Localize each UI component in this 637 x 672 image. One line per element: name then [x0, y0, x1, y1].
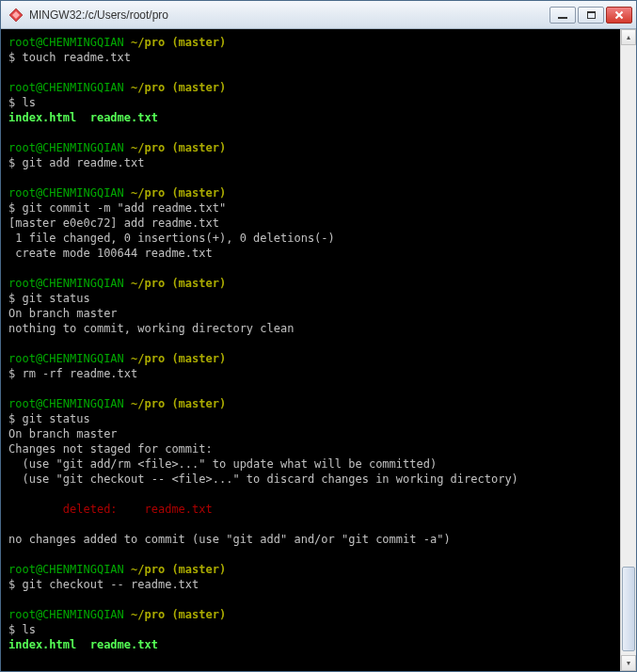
output-line: On branch master	[8, 306, 613, 321]
output-line: Changes not staged for commit:	[8, 441, 613, 456]
scroll-down-button[interactable]: ▾	[621, 655, 636, 671]
output-line: 1 file changed, 0 insertions(+), 0 delet…	[8, 231, 613, 246]
command-line: $ git status	[8, 291, 613, 306]
command-line: $ ls	[8, 95, 613, 110]
output-line: create mode 100644 readme.txt	[8, 246, 613, 261]
terminal-area: root@CHENMINGQIAN ~/pro (master)$ touch …	[1, 29, 636, 671]
command-line: $ touch readme.txt	[8, 50, 613, 65]
output-line: On branch master	[8, 426, 613, 441]
maximize-button[interactable]	[578, 7, 604, 24]
prompt-line: root@CHENMINGQIAN ~/pro (master)	[8, 35, 613, 50]
prompt-line: root@CHENMINGQIAN ~/pro (master)	[8, 351, 613, 366]
app-window: MINGW32:/c/Users/root/pro root@CHENMINGQ…	[0, 0, 637, 672]
minimize-button[interactable]	[549, 7, 576, 24]
output-line: deleted: readme.txt	[8, 502, 613, 517]
output-line: (use "git checkout -- <file>..." to disc…	[8, 472, 613, 487]
command-line: $ ls	[8, 622, 613, 637]
scroll-up-button[interactable]: ▴	[621, 29, 636, 45]
prompt-line: root@CHENMINGQIAN ~/pro (master)	[8, 185, 613, 200]
command-line: $ git add readme.txt	[8, 155, 613, 170]
output-line: index.html readme.txt	[8, 637, 613, 652]
prompt-line: root@CHENMINGQIAN ~/pro (master)	[8, 396, 613, 411]
output-line: no changes added to commit (use "git add…	[8, 532, 613, 547]
output-line: (use "git add/rm <file>..." to update wh…	[8, 456, 613, 472]
command-line: $ git checkout -- readme.txt	[8, 577, 613, 592]
app-icon	[8, 8, 24, 23]
titlebar[interactable]: MINGW32:/c/Users/root/pro	[1, 1, 636, 29]
output-line: nothing to commit, working directory cle…	[8, 321, 613, 336]
window-title: MINGW32:/c/Users/root/pro	[29, 8, 549, 22]
terminal-output[interactable]: root@CHENMINGQIAN ~/pro (master)$ touch …	[1, 29, 620, 671]
output-line: index.html readme.txt	[8, 110, 613, 125]
prompt-line: root@CHENMINGQIAN ~/pro (master)	[8, 562, 613, 577]
prompt-line: root@CHENMINGQIAN ~/pro (master)	[8, 607, 613, 622]
window-controls	[549, 7, 632, 24]
command-line: $ git status	[8, 411, 613, 426]
output-line: [master e0e0c72] add readme.txt	[8, 216, 613, 231]
close-button[interactable]	[606, 7, 632, 24]
scroll-thumb[interactable]	[622, 567, 635, 651]
output-line	[8, 517, 613, 532]
vertical-scrollbar[interactable]: ▴ ▾	[620, 29, 636, 671]
command-line: $ rm -rf readme.txt	[8, 366, 613, 381]
command-line: $ git commit -m "add readme.txt"	[8, 200, 613, 216]
prompt-line: root@CHENMINGQIAN ~/pro (master)	[8, 80, 613, 95]
output-line	[8, 487, 613, 502]
scroll-track[interactable]	[621, 45, 636, 655]
prompt-line: root@CHENMINGQIAN ~/pro (master)	[8, 140, 613, 155]
prompt-line: root@CHENMINGQIAN ~/pro (master)	[8, 276, 613, 291]
